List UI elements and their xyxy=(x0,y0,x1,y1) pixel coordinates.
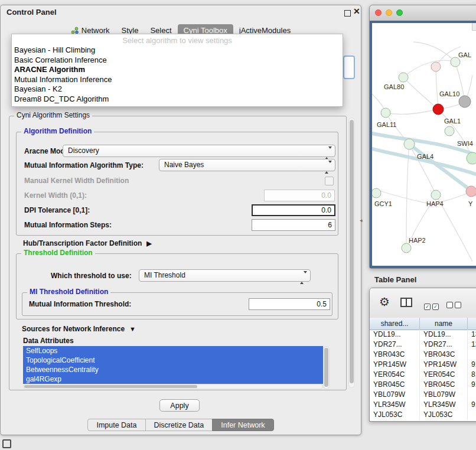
algorithm-option[interactable]: Bayesian - Hill Climbing xyxy=(12,45,343,56)
network-node-label: HAP4 xyxy=(426,200,444,207)
attributes-hscrollbar[interactable] xyxy=(23,384,323,389)
table-row[interactable]: YBL079WYBL079W xyxy=(370,390,476,400)
table-cell: YDL19... xyxy=(420,330,468,340)
close-traffic-light[interactable] xyxy=(375,9,382,16)
network-node[interactable] xyxy=(445,126,454,136)
network-icon xyxy=(71,27,79,34)
aracne-mode-select[interactable]: Discovery xyxy=(63,145,335,157)
network-node-label: GAL4 xyxy=(417,153,433,160)
splitter-arrow-icon[interactable]: ◂ xyxy=(360,217,363,223)
table-cell: YPR145W xyxy=(370,360,420,370)
dropdown-placeholder: Select algorithm to view settings xyxy=(12,35,343,45)
algorithm-option[interactable]: Basic Correlation Inference xyxy=(12,56,343,66)
network-node[interactable] xyxy=(381,108,390,118)
network-node[interactable] xyxy=(433,104,444,115)
settings-gear-icon[interactable]: ⚙ xyxy=(379,295,390,309)
attributes-scrollbar[interactable] xyxy=(323,346,330,389)
minimized-panel-icon[interactable] xyxy=(2,439,11,448)
column-selector-icon[interactable] xyxy=(400,298,412,307)
select-all-rows-icon[interactable]: ✓✓ xyxy=(424,300,441,311)
apply-button[interactable]: Apply xyxy=(159,399,200,412)
which-threshold-select[interactable]: MI Threshold xyxy=(139,269,311,282)
scrollbar-thumb[interactable] xyxy=(324,348,328,387)
mi-steps-field[interactable]: 6 xyxy=(252,219,335,231)
which-threshold-label: Which threshold to use: xyxy=(51,272,132,280)
table-cell: YJL053C xyxy=(370,410,420,420)
network-node[interactable] xyxy=(459,96,471,107)
algorithm-option[interactable]: Dream8 DC_TDC Algorithm xyxy=(12,94,343,105)
table-cell: YBR043C xyxy=(420,350,468,360)
network-node[interactable] xyxy=(372,188,381,198)
collapse-down-icon: ▼ xyxy=(129,325,136,332)
tab-infer-network[interactable]: Infer Network xyxy=(212,419,273,431)
network-node[interactable] xyxy=(431,62,441,71)
mi-type-select[interactable]: Naive Bayes xyxy=(159,159,335,171)
algorithm-option[interactable]: Mutual Information Inference xyxy=(12,75,343,85)
table-cell: YER054C xyxy=(370,370,420,380)
algorithm-option[interactable]: ARACNE Algorithm xyxy=(12,65,343,75)
tab-impute-data[interactable]: Impute Data xyxy=(87,419,145,431)
table-cell: YBR045C xyxy=(370,380,420,390)
scrollbar-thumb[interactable] xyxy=(24,385,197,388)
network-window-titlebar[interactable] xyxy=(370,5,476,21)
data-attribute-item[interactable]: TopologicalCoefficient xyxy=(23,356,323,365)
table-row[interactable]: YER054CYER054C8. xyxy=(370,370,476,380)
table-cell: YJL053C xyxy=(420,410,468,420)
group-title: Algorithm Definition xyxy=(21,127,94,135)
dpi-tolerance-field[interactable]: 0.0 xyxy=(252,204,335,216)
table-row[interactable]: YBR045CYBR045C9. xyxy=(370,380,476,390)
mi-threshold-field[interactable]: 0.5 xyxy=(249,298,330,310)
float-window-icon[interactable] xyxy=(344,10,351,17)
network-node[interactable] xyxy=(404,139,415,149)
deselect-all-rows-icon[interactable] xyxy=(446,300,463,311)
network-node-label: Y xyxy=(468,200,473,207)
combo-arrows-icon xyxy=(325,162,332,173)
table-cell: 9. xyxy=(468,360,476,370)
data-attribute-item[interactable]: SelfLoops xyxy=(23,346,323,356)
group-title: MI Threshold Definition xyxy=(27,288,110,296)
network-node[interactable] xyxy=(431,190,441,200)
manual-kernel-checkbox[interactable] xyxy=(325,177,334,185)
data-attribute-item[interactable]: gal4RGexp xyxy=(23,374,323,384)
tab-discretize-data[interactable]: Discretize Data xyxy=(145,419,213,431)
table-row[interactable]: YDL19...YDL19...13 xyxy=(370,330,476,340)
hub-definition-expander[interactable]: Hub/Transcription Factor Definition ▶ xyxy=(23,239,152,247)
table-cell: 13 xyxy=(468,330,476,340)
network-node[interactable] xyxy=(451,57,460,67)
table-row[interactable]: YBR043CYBR043C xyxy=(370,350,476,360)
obscured-widget-fragment xyxy=(343,56,355,79)
table-row[interactable]: YJL053CYJL053C xyxy=(370,410,476,420)
data-attributes-list[interactable]: SelfLoopsTopologicalCoefficientBetweenne… xyxy=(23,346,323,384)
table-cell: YLR345W xyxy=(370,400,420,410)
data-attribute-item[interactable]: BetweennessCentrality xyxy=(23,365,323,374)
network-canvas[interactable]: GALGAL80GAL10GAL11GAL1SWI4GAL4GCY1HAP4YH… xyxy=(372,23,476,266)
mi-threshold-label: Mutual Information Threshold: xyxy=(29,300,131,308)
table-row[interactable]: YLR345WYLR345W9. xyxy=(370,400,476,410)
bottom-tab-bar: Impute Data Discretize Data Infer Networ… xyxy=(1,419,361,431)
canvas-scroll-button[interactable] xyxy=(472,23,476,31)
settings-scrollbar[interactable] xyxy=(348,118,355,388)
combo-arrows-icon xyxy=(325,148,332,159)
network-node[interactable] xyxy=(399,73,408,82)
network-node[interactable] xyxy=(402,243,411,253)
network-node-label: GAL1 xyxy=(444,118,461,125)
network-node[interactable] xyxy=(467,152,476,164)
zoom-traffic-light[interactable] xyxy=(396,9,403,16)
table-cell: YBL079W xyxy=(420,390,468,400)
group-title: Threshold Definition xyxy=(21,249,95,257)
table-cell xyxy=(468,390,476,400)
table-cell: YPR145W xyxy=(420,360,468,370)
close-icon[interactable]: ✕ xyxy=(353,6,360,16)
column-header-name[interactable]: name xyxy=(420,318,468,330)
column-header-shared-name[interactable]: shared... xyxy=(370,318,420,330)
network-node[interactable] xyxy=(466,186,476,197)
column-header-partial[interactable] xyxy=(468,318,476,330)
network-node-label: GCY1 xyxy=(374,200,392,207)
scrollbar-thumb[interactable] xyxy=(350,120,354,383)
table-row[interactable]: YDR27...YDR27...12 xyxy=(370,340,476,350)
table-row[interactable]: YPR145WYPR145W9. xyxy=(370,360,476,370)
algorithm-option[interactable]: Bayesian - K2 xyxy=(12,84,343,94)
sources-expander[interactable]: Sources for Network Inference ▼ xyxy=(22,325,136,333)
kernel-width-label: Kernel Width (0,1): xyxy=(24,191,87,200)
minimize-traffic-light[interactable] xyxy=(386,9,392,16)
